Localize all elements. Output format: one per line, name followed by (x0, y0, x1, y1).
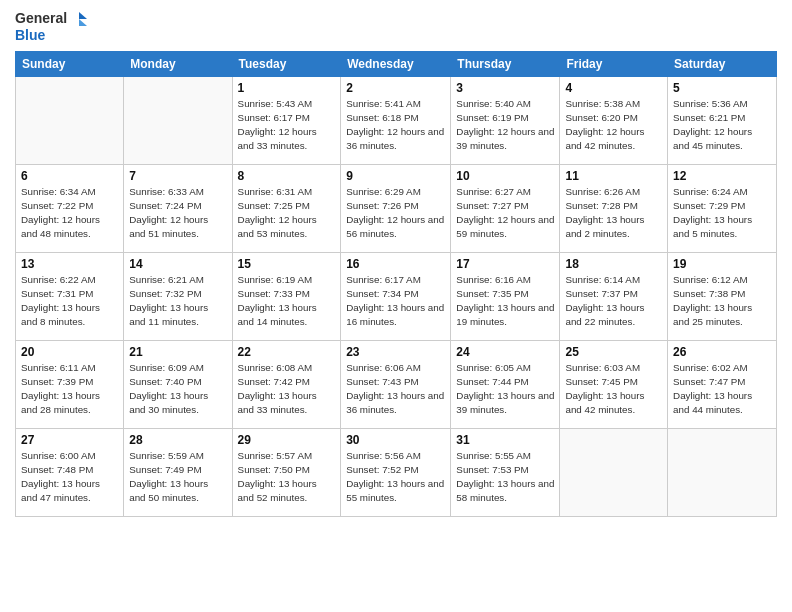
col-header-wednesday: Wednesday (341, 52, 451, 77)
day-info: Sunrise: 6:34 AMSunset: 7:22 PMDaylight:… (21, 185, 118, 240)
day-info: Sunrise: 6:29 AMSunset: 7:26 PMDaylight:… (346, 185, 445, 240)
day-number: 1 (238, 81, 336, 95)
calendar-header: SundayMondayTuesdayWednesdayThursdayFrid… (16, 52, 777, 77)
day-number: 6 (21, 169, 118, 183)
day-info: Sunrise: 6:17 AMSunset: 7:34 PMDaylight:… (346, 273, 445, 328)
day-cell: 20Sunrise: 6:11 AMSunset: 7:39 PMDayligh… (16, 341, 124, 429)
day-number: 27 (21, 433, 118, 447)
day-info: Sunrise: 6:00 AMSunset: 7:48 PMDaylight:… (21, 449, 118, 504)
day-info: Sunrise: 6:16 AMSunset: 7:35 PMDaylight:… (456, 273, 554, 328)
day-number: 18 (565, 257, 662, 271)
day-cell: 7Sunrise: 6:33 AMSunset: 7:24 PMDaylight… (124, 165, 232, 253)
logo-text-block: General Blue (15, 10, 87, 43)
day-cell: 27Sunrise: 6:00 AMSunset: 7:48 PMDayligh… (16, 429, 124, 517)
day-number: 9 (346, 169, 445, 183)
day-number: 13 (21, 257, 118, 271)
day-number: 7 (129, 169, 226, 183)
day-number: 2 (346, 81, 445, 95)
day-cell (124, 77, 232, 165)
day-number: 4 (565, 81, 662, 95)
day-cell: 6Sunrise: 6:34 AMSunset: 7:22 PMDaylight… (16, 165, 124, 253)
day-info: Sunrise: 6:05 AMSunset: 7:44 PMDaylight:… (456, 361, 554, 416)
day-info: Sunrise: 6:33 AMSunset: 7:24 PMDaylight:… (129, 185, 226, 240)
day-info: Sunrise: 5:41 AMSunset: 6:18 PMDaylight:… (346, 97, 445, 152)
col-header-monday: Monday (124, 52, 232, 77)
svg-marker-1 (79, 19, 87, 26)
day-cell: 28Sunrise: 5:59 AMSunset: 7:49 PMDayligh… (124, 429, 232, 517)
day-number: 25 (565, 345, 662, 359)
day-number: 16 (346, 257, 445, 271)
day-number: 3 (456, 81, 554, 95)
day-info: Sunrise: 6:26 AMSunset: 7:28 PMDaylight:… (565, 185, 662, 240)
week-row-4: 20Sunrise: 6:11 AMSunset: 7:39 PMDayligh… (16, 341, 777, 429)
day-number: 17 (456, 257, 554, 271)
logo-blue: Blue (15, 28, 45, 43)
calendar-body: 1Sunrise: 5:43 AMSunset: 6:17 PMDaylight… (16, 77, 777, 517)
day-info: Sunrise: 5:55 AMSunset: 7:53 PMDaylight:… (456, 449, 554, 504)
day-cell: 31Sunrise: 5:55 AMSunset: 7:53 PMDayligh… (451, 429, 560, 517)
day-info: Sunrise: 5:43 AMSunset: 6:17 PMDaylight:… (238, 97, 336, 152)
day-cell: 15Sunrise: 6:19 AMSunset: 7:33 PMDayligh… (232, 253, 341, 341)
day-info: Sunrise: 6:22 AMSunset: 7:31 PMDaylight:… (21, 273, 118, 328)
day-number: 8 (238, 169, 336, 183)
day-info: Sunrise: 5:57 AMSunset: 7:50 PMDaylight:… (238, 449, 336, 504)
day-cell: 21Sunrise: 6:09 AMSunset: 7:40 PMDayligh… (124, 341, 232, 429)
day-info: Sunrise: 5:59 AMSunset: 7:49 PMDaylight:… (129, 449, 226, 504)
day-cell: 14Sunrise: 6:21 AMSunset: 7:32 PMDayligh… (124, 253, 232, 341)
day-number: 14 (129, 257, 226, 271)
day-info: Sunrise: 6:09 AMSunset: 7:40 PMDaylight:… (129, 361, 226, 416)
day-number: 23 (346, 345, 445, 359)
logo: General Blue (15, 10, 87, 43)
day-info: Sunrise: 6:14 AMSunset: 7:37 PMDaylight:… (565, 273, 662, 328)
logo-bird-icon (69, 10, 87, 28)
day-number: 24 (456, 345, 554, 359)
day-info: Sunrise: 6:19 AMSunset: 7:33 PMDaylight:… (238, 273, 336, 328)
logo-general: General (15, 11, 67, 26)
day-number: 22 (238, 345, 336, 359)
day-cell: 26Sunrise: 6:02 AMSunset: 7:47 PMDayligh… (668, 341, 777, 429)
day-cell: 16Sunrise: 6:17 AMSunset: 7:34 PMDayligh… (341, 253, 451, 341)
header-row: SundayMondayTuesdayWednesdayThursdayFrid… (16, 52, 777, 77)
col-header-friday: Friday (560, 52, 668, 77)
day-cell: 24Sunrise: 6:05 AMSunset: 7:44 PMDayligh… (451, 341, 560, 429)
day-cell (16, 77, 124, 165)
day-cell: 29Sunrise: 5:57 AMSunset: 7:50 PMDayligh… (232, 429, 341, 517)
day-cell (560, 429, 668, 517)
week-row-3: 13Sunrise: 6:22 AMSunset: 7:31 PMDayligh… (16, 253, 777, 341)
day-number: 21 (129, 345, 226, 359)
day-info: Sunrise: 6:24 AMSunset: 7:29 PMDaylight:… (673, 185, 771, 240)
col-header-thursday: Thursday (451, 52, 560, 77)
day-cell: 30Sunrise: 5:56 AMSunset: 7:52 PMDayligh… (341, 429, 451, 517)
week-row-1: 1Sunrise: 5:43 AMSunset: 6:17 PMDaylight… (16, 77, 777, 165)
day-info: Sunrise: 5:40 AMSunset: 6:19 PMDaylight:… (456, 97, 554, 152)
day-cell: 25Sunrise: 6:03 AMSunset: 7:45 PMDayligh… (560, 341, 668, 429)
day-cell: 3Sunrise: 5:40 AMSunset: 6:19 PMDaylight… (451, 77, 560, 165)
col-header-sunday: Sunday (16, 52, 124, 77)
week-row-2: 6Sunrise: 6:34 AMSunset: 7:22 PMDaylight… (16, 165, 777, 253)
day-number: 10 (456, 169, 554, 183)
day-cell: 19Sunrise: 6:12 AMSunset: 7:38 PMDayligh… (668, 253, 777, 341)
day-number: 19 (673, 257, 771, 271)
page: General Blue SundayMondayTuesdayWednesda… (0, 0, 792, 612)
day-cell: 10Sunrise: 6:27 AMSunset: 7:27 PMDayligh… (451, 165, 560, 253)
day-cell: 12Sunrise: 6:24 AMSunset: 7:29 PMDayligh… (668, 165, 777, 253)
day-info: Sunrise: 5:38 AMSunset: 6:20 PMDaylight:… (565, 97, 662, 152)
day-info: Sunrise: 6:11 AMSunset: 7:39 PMDaylight:… (21, 361, 118, 416)
day-cell: 22Sunrise: 6:08 AMSunset: 7:42 PMDayligh… (232, 341, 341, 429)
col-header-tuesday: Tuesday (232, 52, 341, 77)
day-cell (668, 429, 777, 517)
day-number: 11 (565, 169, 662, 183)
day-cell: 8Sunrise: 6:31 AMSunset: 7:25 PMDaylight… (232, 165, 341, 253)
day-number: 5 (673, 81, 771, 95)
day-info: Sunrise: 6:31 AMSunset: 7:25 PMDaylight:… (238, 185, 336, 240)
day-cell: 13Sunrise: 6:22 AMSunset: 7:31 PMDayligh… (16, 253, 124, 341)
day-info: Sunrise: 5:56 AMSunset: 7:52 PMDaylight:… (346, 449, 445, 504)
day-info: Sunrise: 6:27 AMSunset: 7:27 PMDaylight:… (456, 185, 554, 240)
day-cell: 1Sunrise: 5:43 AMSunset: 6:17 PMDaylight… (232, 77, 341, 165)
day-cell: 23Sunrise: 6:06 AMSunset: 7:43 PMDayligh… (341, 341, 451, 429)
day-cell: 2Sunrise: 5:41 AMSunset: 6:18 PMDaylight… (341, 77, 451, 165)
day-number: 28 (129, 433, 226, 447)
day-info: Sunrise: 6:02 AMSunset: 7:47 PMDaylight:… (673, 361, 771, 416)
day-number: 15 (238, 257, 336, 271)
day-info: Sunrise: 6:06 AMSunset: 7:43 PMDaylight:… (346, 361, 445, 416)
